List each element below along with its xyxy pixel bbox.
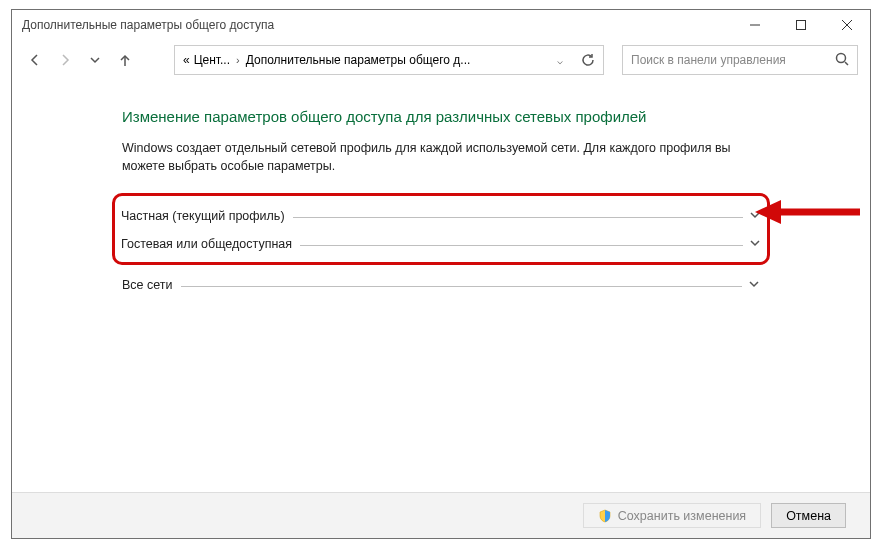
back-button[interactable] (24, 49, 46, 71)
divider-line (181, 286, 742, 287)
svg-point-5 (837, 53, 846, 62)
navbar: « Цент... › Дополнительные параметры общ… (12, 40, 870, 80)
close-button[interactable] (824, 10, 870, 40)
section-label: Частная (текущий профиль) (121, 209, 285, 223)
section-all-networks[interactable]: Все сети (122, 271, 760, 299)
search-input[interactable]: Поиск в панели управления (622, 45, 858, 75)
breadcrumb-item-2[interactable]: Дополнительные параметры общего д... (246, 53, 471, 67)
titlebar: Дополнительные параметры общего доступа (12, 10, 870, 40)
forward-button[interactable] (54, 49, 76, 71)
section-label: Все сети (122, 278, 173, 292)
window-title: Дополнительные параметры общего доступа (22, 18, 274, 32)
section-guest[interactable]: Гостевая или общедоступная (121, 230, 761, 258)
cancel-button-label: Отмена (786, 509, 831, 523)
bottom-bar: Сохранить изменения Отмена (12, 492, 870, 538)
divider-line (300, 245, 743, 246)
maximize-button[interactable] (778, 10, 824, 40)
highlight-annotation: Частная (текущий профиль) Гостевая или о… (112, 193, 770, 265)
address-bar[interactable]: « Цент... › Дополнительные параметры общ… (174, 45, 604, 75)
search-placeholder: Поиск в панели управления (631, 53, 786, 67)
cancel-button[interactable]: Отмена (771, 503, 846, 528)
shield-icon (598, 509, 612, 523)
recent-locations-button[interactable] (84, 49, 106, 71)
refresh-button[interactable] (581, 53, 595, 67)
svg-rect-1 (797, 21, 806, 30)
up-button[interactable] (114, 49, 136, 71)
arrow-annotation (755, 197, 865, 227)
save-button[interactable]: Сохранить изменения (583, 503, 761, 528)
section-private[interactable]: Частная (текущий профиль) (121, 202, 761, 230)
page-description: Windows создает отдельный сетевой профил… (122, 139, 760, 175)
chevron-right-icon: › (236, 54, 240, 66)
breadcrumb-prefix: « (183, 53, 190, 67)
breadcrumb-item-1[interactable]: Цент... (194, 53, 230, 67)
svg-line-6 (845, 62, 848, 65)
address-dropdown-icon[interactable]: ⌵ (557, 55, 563, 66)
section-label: Гостевая или общедоступная (121, 237, 292, 251)
search-icon (835, 52, 849, 69)
chevron-down-icon (749, 235, 761, 253)
page-heading: Изменение параметров общего доступа для … (122, 108, 760, 125)
chevron-down-icon (748, 276, 760, 294)
content-area: Изменение параметров общего доступа для … (12, 80, 870, 299)
minimize-button[interactable] (732, 10, 778, 40)
divider-line (293, 217, 743, 218)
svg-marker-8 (755, 200, 781, 224)
save-button-label: Сохранить изменения (618, 509, 746, 523)
